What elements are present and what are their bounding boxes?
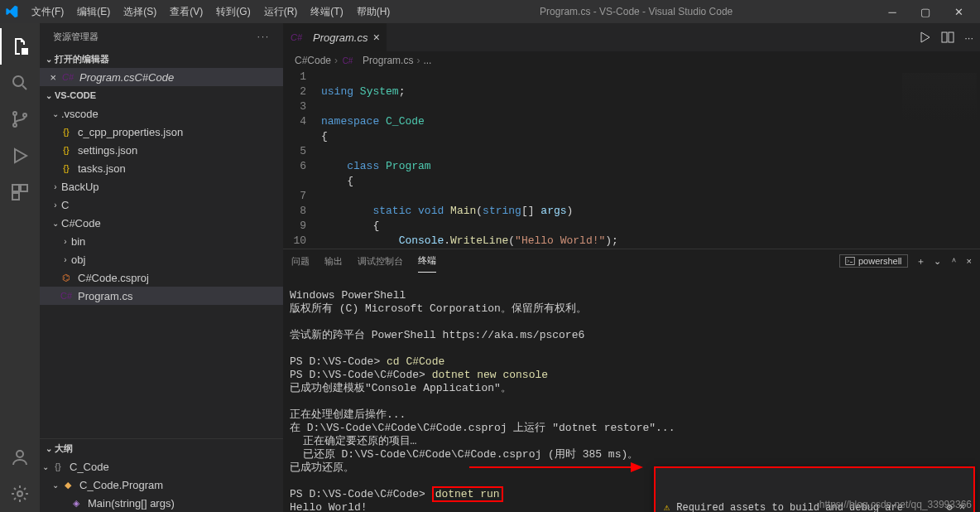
chevron-right-icon: › [334, 55, 338, 66]
breadcrumb-item[interactable]: C#Code [295, 55, 331, 66]
panel: 问题 输出 调试控制台 终端 powershell ＋ ⌄ ＾ × Window… [283, 249, 980, 512]
svg-point-2 [13, 123, 17, 127]
tree-folder-vscode[interactable]: ⌄.vscode [40, 104, 283, 123]
branch-icon [10, 109, 30, 129]
csharp-icon: C# [290, 31, 303, 44]
gear-icon [10, 484, 30, 504]
json-icon: {} [60, 143, 73, 157]
open-editors-header[interactable]: ⌄ 打开的编辑器 [40, 50, 283, 68]
tree-file-c-cpp-properties[interactable]: {}c_cpp_properties.json [40, 123, 283, 141]
activity-settings[interactable] [0, 476, 40, 512]
chevron-down-icon: ⌄ [50, 219, 61, 228]
close-icon[interactable]: × [46, 71, 60, 84]
editor-area: C# Program.cs × ··· C#Code › C# Program.… [283, 23, 980, 512]
chevron-down-icon: ⌄ [40, 462, 51, 471]
tab-program-cs[interactable]: C# Program.cs × [283, 23, 387, 51]
code-editor[interactable]: 1 2 3 4 5 6 7 8 9 10 11 using System; na… [283, 70, 980, 249]
svg-rect-11 [846, 258, 855, 265]
method-icon: ◈ [70, 496, 83, 510]
menu-help[interactable]: 帮助(H) [350, 2, 397, 22]
split-editor-icon[interactable] [941, 31, 954, 44]
svg-point-8 [17, 491, 22, 496]
menu-view[interactable]: 查看(V) [163, 2, 209, 22]
close-icon[interactable]: × [372, 31, 379, 44]
tree-folder-csharp[interactable]: ⌄C#Code [40, 214, 283, 232]
svg-point-7 [17, 451, 23, 457]
tab-label: Program.cs [313, 31, 368, 44]
code-content[interactable]: using System; namespace C_Code { class P… [321, 70, 980, 249]
tree-file-settings[interactable]: {}settings.json [40, 141, 283, 159]
activity-account[interactable] [0, 439, 40, 476]
panel-tab-output[interactable]: 输出 [324, 250, 343, 273]
close-panel-icon[interactable]: × [967, 256, 972, 266]
terminal-shell-selector[interactable]: powershell [839, 254, 908, 268]
activity-scm[interactable] [0, 101, 40, 138]
breadcrumb-item[interactable]: Program.cs [363, 55, 413, 66]
outline-class[interactable]: ⌄◆C_Code.Program [40, 476, 283, 494]
csharp-icon: C# [341, 54, 354, 67]
maximize-button[interactable]: ▢ [909, 0, 942, 23]
open-editor-filename: Program.cs [79, 71, 134, 84]
menu-go[interactable]: 转到(G) [209, 2, 257, 22]
svg-rect-4 [12, 185, 19, 191]
menu-edit[interactable]: 编辑(E) [70, 2, 117, 22]
menu-terminal[interactable]: 终端(T) [304, 2, 349, 22]
svg-rect-6 [12, 193, 19, 200]
tab-bar: C# Program.cs × ··· [283, 23, 980, 51]
chevron-right-icon: › [60, 255, 71, 264]
tree-file-program[interactable]: C#Program.cs [40, 287, 283, 305]
explorer-sidebar: 资源管理器 ··· ⌄ 打开的编辑器 × C# Program.cs C#Cod… [40, 23, 283, 512]
play-bug-icon [10, 146, 30, 166]
breadcrumb-item[interactable]: ... [423, 55, 431, 66]
svg-rect-9 [942, 32, 947, 42]
more-icon[interactable]: ··· [964, 31, 973, 44]
panel-tab-terminal[interactable]: 终端 [418, 249, 436, 273]
close-button[interactable]: ✕ [942, 0, 975, 23]
new-terminal-icon[interactable]: ＋ [916, 255, 925, 268]
tree-folder-bin[interactable]: ›bin [40, 232, 283, 250]
svg-point-0 [13, 76, 23, 86]
json-icon: {} [60, 125, 73, 138]
tree-folder-backup[interactable]: ›BackUp [40, 177, 283, 196]
chevron-down-icon: ⌄ [43, 55, 55, 64]
menu-selection[interactable]: 选择(S) [117, 2, 163, 22]
activity-extensions[interactable] [0, 174, 40, 210]
warning-icon: ⚠ [664, 501, 670, 512]
annotation-arrow [469, 459, 643, 476]
workspace-header[interactable]: ⌄ VS-CODE [40, 86, 283, 104]
svg-marker-13 [631, 462, 643, 472]
open-editor-folder: C#Code [134, 71, 174, 84]
terminal[interactable]: Windows PowerShell 版权所有 (C) Microsoft Co… [283, 273, 980, 512]
run-icon[interactable] [918, 31, 931, 44]
activity-debug[interactable] [0, 138, 40, 174]
gear-icon[interactable]: ⚙ [947, 501, 953, 512]
panel-tab-debug[interactable]: 调试控制台 [358, 250, 403, 273]
sidebar-more-icon[interactable]: ··· [257, 31, 270, 41]
search-icon [10, 73, 30, 93]
activity-search[interactable] [0, 65, 40, 101]
tree-folder-obj[interactable]: ›obj [40, 250, 283, 268]
open-editor-item[interactable]: × C# Program.cs C#Code [40, 68, 283, 86]
minimap[interactable] [902, 73, 977, 123]
panel-tab-problems[interactable]: 问题 [291, 250, 310, 273]
menu-file[interactable]: 文件(F) [25, 2, 70, 22]
window-controls: ─ ▢ ✕ [876, 0, 975, 23]
namespace-icon: {} [51, 460, 65, 473]
activity-explorer[interactable] [0, 28, 40, 65]
chevron-down-icon[interactable]: ⌄ [934, 256, 941, 267]
tree-folder-c[interactable]: ›C [40, 196, 283, 214]
tree-file-csproj[interactable]: ⌬C#Code.csproj [40, 268, 283, 287]
breadcrumb[interactable]: C#Code › C# Program.cs › ... [283, 51, 980, 70]
minimize-button[interactable]: ─ [876, 0, 909, 23]
tree-file-tasks[interactable]: {}tasks.json [40, 159, 283, 177]
outline-method[interactable]: ◈Main(string[] args) [40, 494, 283, 512]
outline-header[interactable]: ⌄ 大纲 [40, 439, 283, 457]
chevron-right-icon: › [50, 182, 61, 191]
close-icon[interactable]: × [959, 501, 965, 512]
terminal-icon [845, 256, 855, 266]
person-icon [10, 447, 30, 467]
csproj-icon: ⌬ [60, 271, 73, 284]
maximize-panel-icon[interactable]: ＾ [949, 255, 958, 268]
menu-run[interactable]: 运行(R) [257, 2, 305, 22]
outline-namespace[interactable]: ⌄{}C_Code [40, 457, 283, 476]
